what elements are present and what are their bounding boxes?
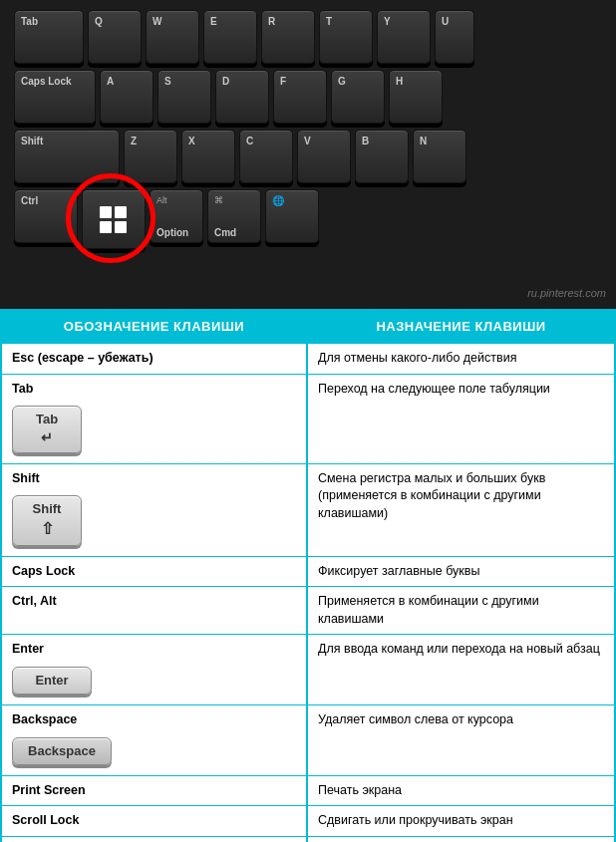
key-r[interactable]: R	[261, 10, 315, 64]
key-reference-table: ОБОЗНАЧЕНИЕ КЛАВИШИ НАЗНАЧЕНИЕ КЛАВИШИ E…	[0, 309, 616, 842]
svg-rect-3	[115, 221, 127, 233]
backspace-key-illustration: Backspace	[12, 737, 112, 765]
key-name-backspace: Backspace Backspace	[2, 705, 308, 775]
key-windows-wrapper	[80, 187, 148, 251]
key-desc-esc: Для отмены какого-либо действия	[308, 344, 614, 374]
key-desc-shift: Смена регистра малых и больших букв (при…	[308, 464, 614, 556]
enter-key-illustration: Enter	[12, 667, 92, 695]
key-tab-label: Tab	[21, 16, 38, 27]
key-y[interactable]: Y	[377, 10, 431, 64]
key-capslock[interactable]: Caps Lock	[14, 70, 96, 124]
table-row: Backspace Backspace Удаляет символ слева…	[2, 705, 614, 776]
svg-rect-2	[100, 221, 112, 233]
table-row: Esc (escape – убежать) Для отмены какого…	[2, 344, 614, 375]
key-g[interactable]: G	[331, 70, 385, 124]
key-tab[interactable]: Tab	[14, 10, 84, 64]
key-name-tab: Tab Tab ↵	[2, 375, 308, 463]
key-z[interactable]: Z	[124, 130, 177, 183]
key-cmd[interactable]: ⌘ Cmd	[207, 189, 261, 243]
key-name-printscreen: Print Screen	[2, 776, 308, 806]
watermark: ru.pinterest.com	[527, 287, 606, 299]
key-name-ctrl-alt: Ctrl, Alt	[2, 587, 308, 634]
table-row: Pause - Break Приостановить программу	[2, 837, 614, 842]
shift-key-illustration: Shift ⇧	[12, 495, 82, 546]
key-e[interactable]: E	[203, 10, 257, 64]
key-desc-ctrl-alt: Применяется в комбинации с другими клави…	[308, 587, 614, 634]
col-header-desc: НАЗНАЧЕНИЕ КЛАВИШИ	[308, 311, 614, 342]
keyboard-row-2: Caps Lock A S D F G H	[8, 68, 608, 126]
key-n[interactable]: N	[413, 130, 466, 183]
key-name-capslock: Caps Lock	[2, 557, 308, 587]
keyboard-row-1: Tab Q W E R T Y U	[8, 8, 608, 66]
key-desc-backspace: Удаляет символ слева от курсора	[308, 705, 614, 775]
key-u[interactable]: U	[435, 10, 474, 64]
table-row: Ctrl, Alt Применяется в комбинации с дру…	[2, 587, 614, 635]
key-h[interactable]: H	[389, 70, 443, 124]
key-capslock-label: Caps Lock	[21, 76, 72, 87]
key-q[interactable]: Q	[88, 10, 142, 64]
table-row: Shift Shift ⇧ Смена регистра малых и бол…	[2, 464, 614, 557]
table-header: ОБОЗНАЧЕНИЕ КЛАВИШИ НАЗНАЧЕНИЕ КЛАВИШИ	[2, 311, 614, 344]
key-desc-scrolllock: Сдвигать или прокручивать экран	[308, 806, 614, 836]
key-name-scrolllock: Scroll Lock	[2, 806, 308, 836]
key-name-pause: Pause - Break	[2, 837, 308, 842]
keyboard-row-4: Ctrl Alt Option	[8, 187, 608, 251]
key-f[interactable]: F	[273, 70, 327, 124]
key-name-shift: Shift Shift ⇧	[2, 464, 308, 556]
key-desc-enter: Для ввода команд или перехода на новый а…	[308, 635, 614, 704]
keyboard-image: Tab Q W E R T Y U	[0, 0, 616, 309]
tab-key-illustration: Tab ↵	[12, 406, 82, 453]
key-option-label: Option	[156, 227, 188, 238]
key-v[interactable]: V	[297, 130, 351, 183]
key-c[interactable]: C	[239, 130, 293, 183]
table-row: Enter Enter Для ввода команд или переход…	[2, 635, 614, 705]
key-x[interactable]: X	[181, 130, 235, 183]
svg-rect-1	[115, 206, 127, 218]
key-name-esc: Esc (escape – убежать)	[2, 344, 308, 374]
key-desc-pause: Приостановить программу	[308, 837, 614, 842]
key-t[interactable]: T	[319, 10, 373, 64]
key-ctrl[interactable]: Ctrl	[14, 189, 78, 243]
key-windows[interactable]	[82, 189, 146, 249]
table-row: Print Screen Печать экрана	[2, 776, 614, 807]
key-desc-printscreen: Печать экрана	[308, 776, 614, 806]
key-globe[interactable]: 🌐	[265, 189, 319, 243]
table-row: Tab Tab ↵ Переход на следующее поле табу…	[2, 375, 614, 464]
table-row: Caps Lock Фиксирует заглавные буквы	[2, 557, 614, 588]
col-header-key: ОБОЗНАЧЕНИЕ КЛАВИШИ	[2, 311, 308, 342]
key-w[interactable]: W	[146, 10, 199, 64]
windows-logo-icon	[100, 206, 128, 234]
key-alt[interactable]: Alt Option	[150, 189, 203, 243]
key-name-enter: Enter Enter	[2, 635, 308, 704]
key-desc-capslock: Фиксирует заглавные буквы	[308, 557, 614, 587]
key-desc-tab: Переход на следующее поле табуляции	[308, 375, 614, 463]
key-b[interactable]: B	[355, 130, 409, 183]
table-row: Scroll Lock Сдвигать или прокручивать эк…	[2, 806, 614, 837]
key-shift[interactable]: Shift	[14, 130, 120, 183]
key-a[interactable]: A	[100, 70, 154, 124]
keyboard-row-3: Shift Z X C V B N	[8, 128, 608, 185]
svg-rect-0	[100, 206, 112, 218]
key-s[interactable]: S	[157, 70, 211, 124]
key-d[interactable]: D	[215, 70, 269, 124]
